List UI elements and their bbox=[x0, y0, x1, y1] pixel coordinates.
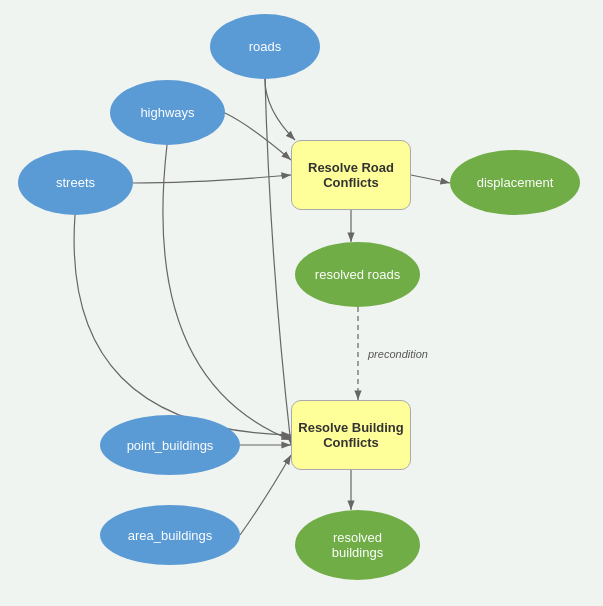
precondition-label: precondition bbox=[367, 348, 428, 360]
node-resolve-road: Resolve RoadConflicts bbox=[291, 140, 411, 210]
node-displacement: displacement bbox=[450, 150, 580, 215]
node-resolved-roads: resolved roads bbox=[295, 242, 420, 307]
node-roads: roads bbox=[210, 14, 320, 79]
node-point-buildings: point_buildings bbox=[100, 415, 240, 475]
diagram: precondition roads highways streets Reso… bbox=[0, 0, 603, 606]
node-area-buildings: area_buildings bbox=[100, 505, 240, 565]
arrows-svg: precondition bbox=[0, 0, 603, 606]
node-highways: highways bbox=[110, 80, 225, 145]
node-resolve-building: Resolve BuildingConflicts bbox=[291, 400, 411, 470]
node-resolved-buildings: resolvedbuildings bbox=[295, 510, 420, 580]
node-streets: streets bbox=[18, 150, 133, 215]
